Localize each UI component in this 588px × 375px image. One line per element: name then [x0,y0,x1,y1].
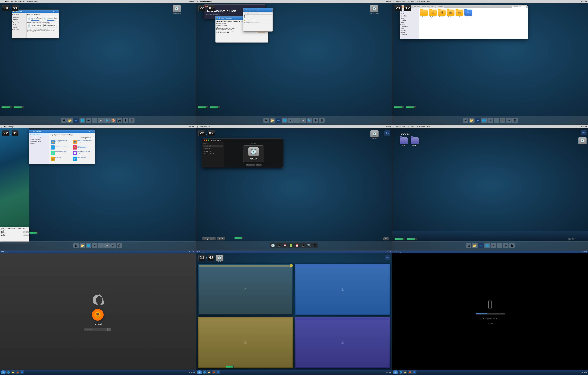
sidebar-item-contacts[interactable]: Contacts [400,11,418,13]
menu-help-3[interactable]: Help [427,1,430,2]
menu-view-3[interactable]: View [411,1,414,2]
file-row-4[interactable]: 🖼 img11JPEG image [0,233,29,234]
win-minimize-1[interactable]: ─ [53,10,54,12]
dock2-finder[interactable]: 🖥 [263,118,269,123]
widget-item-summary[interactable]: Summary [203,147,223,150]
dock2-ps[interactable]: Ps [276,118,281,123]
menu-finder-6[interactable]: Finder [396,126,401,128]
tb-folder-7[interactable]: 📁 [11,370,15,375]
cp-cat-appearance[interactable]: 🎨 Appearance and Personalization [72,145,94,150]
folder-my-pictures[interactable]: 🖼 My Pictures [438,10,446,18]
win-close-1[interactable]: ✕ [56,10,58,12]
cp-cat-programs[interactable]: 📦 Programs [50,156,72,161]
menu-go-1[interactable]: Go [23,1,26,2]
dock-app3[interactable]: 🎨 [110,118,116,123]
thumb-1[interactable]: 1 [295,264,390,315]
thumb-2[interactable]: 2 [295,317,390,368]
dock5-phone[interactable]: 📱 [276,243,282,248]
folder-my-videos[interactable]: 🎬 My Videos [447,10,454,18]
explorer-window-1[interactable]: 📁 Computer ─ □ ✕ ▶ Favorites Desktop Dow… [12,10,59,38]
thumb-4[interactable]: ★ 4 [198,264,293,315]
tl-yellow-5[interactable] [206,140,207,141]
tb-folder-9[interactable]: 📁 [403,370,407,375]
cp-main-min[interactable]: ─ [89,131,90,132]
cp-cat-network[interactable]: 🌐 Network and Internet [50,145,72,150]
menu-file-6[interactable]: File [402,126,405,128]
widget-item-iphonereality[interactable]: iPhoneReality [203,150,223,152]
file-row-2[interactable]: 🖼 img9JPEG image [0,231,29,232]
win-maximize-1[interactable]: □ [55,10,56,12]
sidebar-documents[interactable]: Documents [12,22,26,24]
music-folder-icon[interactable]: Music [400,137,408,146]
cp-cat-ease[interactable]: ♿ Ease of Access [72,156,94,161]
sidebar-desktop[interactable]: Desktop [12,15,26,17]
dock2-pref[interactable]: ⚙ [313,118,318,123]
sidebar-videos[interactable]: Videos [12,27,26,29]
tb-ie-7[interactable]: 🌐 [6,370,10,375]
dock2-music[interactable]: 🎵 [294,118,300,123]
dock4-app1[interactable]: 🎮 [104,243,110,248]
control-panel-main[interactable]: ⚙ Control Panel ─ □ ✕ Control Panel Home… [29,130,95,164]
dock4-music[interactable]: 🎵 [98,243,104,248]
dock3-trash[interactable]: 🗑 [512,118,518,123]
finder-folder-btn[interactable]: New folder [436,6,444,8]
sidebar-item-downloads-3[interactable]: Downloads [400,15,418,17]
start-btn-8[interactable]: ⊞ [197,370,202,375]
drive-removable[interactable]: 💾 Removable Disk (F:) [43,24,58,28]
menu-help-6[interactable]: Help [427,126,430,128]
folder-my-music[interactable]: 🎵 My Music [429,10,437,18]
dock3-ps[interactable]: Ps [475,118,481,123]
menu-file-1[interactable]: File [10,1,13,2]
cp-item-system[interactable]: 🔒 System protection [244,19,272,21]
dock3-safari[interactable]: 🌐 [481,118,487,123]
cp-close-2[interactable]: ✕ [270,9,272,11]
tb-ie-8[interactable]: 🌐 [203,370,207,375]
cp-cat-system[interactable]: 🔒 System and Security Family Safety [50,139,72,144]
dock-app1[interactable]: 🎮 [98,118,104,123]
sidebar-item-computer-3[interactable]: Computer [400,34,418,36]
start-btn-7[interactable]: ⊞ [0,370,6,375]
cp-cat-hardware[interactable]: 🔊 Hardware and Sound [50,151,72,156]
cp-sidebar-system[interactable]: System and Security [29,136,49,138]
cp-cat-user[interactable]: 👤 User Accounts and Family Safety [72,139,94,144]
start-btn-9[interactable]: ⊞ [393,370,398,375]
dock5-hdd[interactable]: 💽 [270,243,276,248]
edit-button[interactable]: Edit [383,237,389,240]
sidebar-item-favorites-3[interactable]: Favorites [400,19,418,21]
password-submit-btn[interactable]: → [108,328,111,331]
dock5-battery[interactable]: 🔋 [288,243,294,248]
tb-ie-9[interactable]: 🌐 [399,370,403,375]
dock3-music[interactable]: 🎵 [494,118,499,123]
sidebar-item-videos-3[interactable]: Videos [400,31,418,34]
dock2-trash[interactable]: 🗑 [319,118,325,123]
pictures-folder-icon[interactable]: Pictures [411,137,419,146]
tl-red-5[interactable] [204,140,205,141]
manage-widgets-bottom-btn[interactable]: Manage Widgets [202,237,216,240]
finder-share-btn[interactable]: Share with [421,6,430,8]
dock-folder[interactable]: 📂 [67,118,73,123]
dock-finder[interactable]: 🖥 [61,118,67,123]
dock4-finder[interactable]: 🖥 [73,243,79,248]
menu-taskmanager-4[interactable]: Task Manager [4,126,14,128]
dock2-app1[interactable]: 🎮 [300,118,306,123]
finder-window-3[interactable]: ← → Organize Share with Scan New folder … [400,5,528,39]
dock2-app2[interactable]: 🐦 [307,118,312,123]
sidebar-pictures[interactable]: Pictures [12,25,26,27]
dock4-safari[interactable]: 🌐 [86,243,91,248]
finder-scan-btn[interactable]: Scan [430,6,435,8]
menu-go-3[interactable]: Go [416,1,418,2]
dock5-cal[interactable]: 📅 [282,243,288,248]
dock3-mail[interactable]: ✉ [487,118,493,123]
cp-sidebar-programs[interactable]: Programs [29,143,49,144]
dock-itunes[interactable]: 🎵 [92,118,97,123]
folder-searches[interactable]: 🔍 Searches [464,10,472,18]
dock6-safari[interactable]: 🌐 [484,243,490,248]
close-widgets-btn[interactable]: Close [256,164,261,166]
edit-btn-5[interactable]: Edit [383,237,389,240]
sidebar-downloads[interactable]: Downloads [12,17,26,19]
menu-view-6[interactable]: View [411,126,414,128]
menu-help-1[interactable]: Help [34,1,38,2]
dock3-app1[interactable]: 🎮 [500,118,505,123]
tb-blue-7[interactable]: 🔵 [20,370,24,375]
folder-my-documents[interactable]: My Documents [420,10,428,18]
